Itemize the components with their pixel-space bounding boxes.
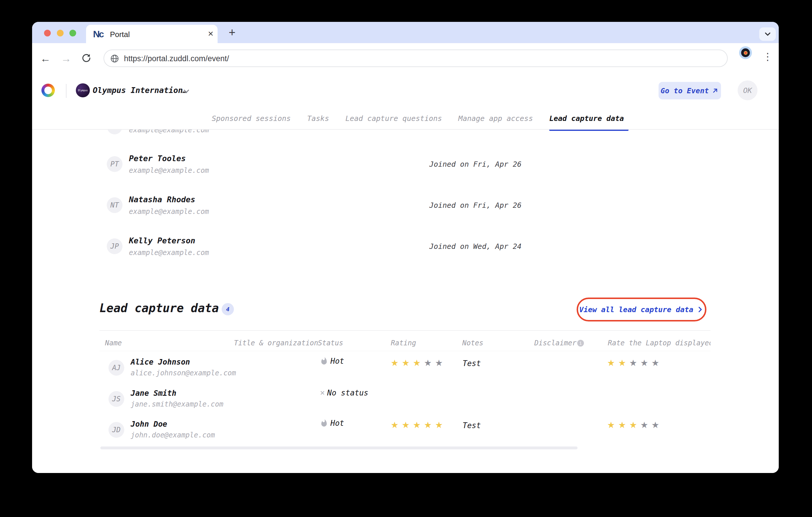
star-filled-icon[interactable]: ★: [400, 418, 411, 430]
star-filled-icon[interactable]: ★: [616, 418, 628, 430]
header-divider: [66, 84, 66, 98]
column-header-disclaimer: Disclaimer: [534, 339, 577, 347]
status-cell: ×No status: [320, 388, 368, 397]
person-email: example@example.com: [129, 208, 209, 216]
joined-date: Joined on Fri, Apr 26: [429, 201, 522, 210]
status-label: No status: [327, 389, 368, 397]
lead-capture-heading: Lead capture data: [99, 301, 219, 315]
external-arrow-icon: [712, 87, 719, 94]
lead-email: john.doe@example.com: [130, 431, 215, 439]
scroll-content[interactable]: example@example.com PTPeter Toolesexampl…: [32, 130, 779, 473]
no-status-x-icon: ×: [320, 388, 325, 397]
horizontal-scrollbar[interactable]: [100, 447, 578, 449]
browser-tab[interactable]: Nc Portal ×: [86, 25, 218, 43]
lead-count-badge: 4: [222, 303, 234, 315]
new-tab-button[interactable]: +: [229, 26, 235, 39]
go-to-event-button[interactable]: Go to Event: [659, 82, 721, 99]
star-filled-icon[interactable]: ★: [411, 418, 422, 430]
star-filled-icon[interactable]: ★: [389, 356, 400, 368]
star-rating[interactable]: ★★★★★: [606, 418, 661, 430]
close-tab-icon[interactable]: ×: [208, 28, 213, 39]
column-header-status: Status: [318, 339, 343, 347]
star-rating[interactable]: ★★★★★: [606, 356, 661, 368]
column-header-rate-the-laptop-displayed-ir: Rate the Laptop displayed ir: [608, 339, 710, 347]
back-button[interactable]: ←: [40, 53, 51, 64]
section-tabs: Sponsored sessionsTasksLead capture ques…: [212, 114, 624, 130]
joined-date: Joined on Fri, Apr 26: [429, 160, 522, 169]
star-filled-icon[interactable]: ★: [433, 418, 444, 430]
star-filled-icon[interactable]: ★: [606, 356, 616, 368]
address-bar[interactable]: https://portal.zuddl.com/event/: [104, 50, 728, 67]
star-filled-icon[interactable]: ★: [422, 418, 433, 430]
column-header-title-organization: Title & organization: [234, 339, 318, 347]
chevron-down-icon: [763, 30, 772, 38]
star-filled-icon[interactable]: ★: [389, 418, 400, 430]
avatar: AJ: [109, 360, 124, 376]
lead-email: alice.johnson@example.com: [130, 369, 236, 377]
avatar: JS: [109, 391, 124, 407]
avatar: NT: [107, 197, 122, 213]
column-header-rating: Rating: [391, 339, 416, 347]
minimize-window-button[interactable]: [57, 30, 64, 36]
close-window-button[interactable]: [44, 30, 51, 36]
browser-toolbar: ← → https://portal.zuddl.com/event/ ⋮: [32, 43, 779, 73]
joined-date: Joined on Wed, Apr 24: [429, 242, 522, 251]
star-empty-icon[interactable]: ★: [650, 356, 661, 368]
tab-lead-capture-questions[interactable]: Lead capture questions: [345, 114, 442, 130]
avatar: PT: [107, 156, 122, 172]
person-email: example@example.com: [129, 166, 209, 175]
star-empty-icon[interactable]: ★: [650, 418, 661, 430]
star-filled-icon[interactable]: ★: [411, 356, 422, 368]
star-rating[interactable]: ★★★★★: [389, 356, 444, 368]
browser-profile-avatar[interactable]: [739, 46, 752, 59]
reload-button[interactable]: [81, 53, 93, 64]
org-chevron-down-icon[interactable]: [181, 87, 191, 96]
zoom-window-button[interactable]: [69, 30, 76, 36]
star-empty-icon[interactable]: ★: [639, 418, 650, 430]
status-label: Hot: [330, 419, 344, 428]
view-all-link-highlight[interactable]: View all lead capture data: [577, 298, 706, 322]
star-empty-icon[interactable]: ★: [422, 356, 433, 368]
browser-menu-button[interactable]: ⋮: [763, 51, 773, 62]
disclaimer-info-icon[interactable]: i: [577, 340, 584, 346]
tab-strip: Nc Portal × +: [32, 22, 779, 43]
org-avatar[interactable]: Olympus: [76, 83, 90, 97]
column-header-name: Name: [105, 339, 122, 347]
portal-page: Olympus Olympus Internation… Go to Event…: [32, 73, 779, 473]
org-name[interactable]: Olympus Internation…: [93, 86, 187, 95]
zuddl-logo-icon: [41, 84, 55, 97]
star-filled-icon[interactable]: ★: [616, 356, 628, 368]
star-filled-icon[interactable]: ★: [628, 418, 639, 430]
star-rating[interactable]: ★★★★★: [389, 418, 444, 430]
star-filled-icon[interactable]: ★: [606, 418, 616, 430]
partial-email: example@example.com: [129, 130, 209, 134]
user-avatar[interactable]: OK: [737, 81, 757, 100]
site-security-globe-icon[interactable]: [110, 54, 119, 63]
star-empty-icon[interactable]: ★: [628, 356, 639, 368]
star-empty-icon[interactable]: ★: [639, 356, 650, 368]
table-header-border: [99, 351, 710, 351]
lead-name: Jane Smith: [130, 389, 176, 397]
tab-tasks[interactable]: Tasks: [307, 114, 329, 130]
avatar: JD: [109, 422, 124, 438]
view-all-link[interactable]: View all lead capture data: [579, 305, 693, 314]
forward-button[interactable]: →: [60, 53, 72, 64]
person-name: Peter Tooles: [129, 154, 186, 163]
url-text[interactable]: https://portal.zuddl.com/event/: [124, 54, 229, 63]
site-favicon-icon: Nc: [93, 29, 103, 40]
star-filled-icon[interactable]: ★: [400, 356, 411, 368]
tab-manage-app-access[interactable]: Manage app access: [458, 114, 533, 130]
person-email: example@example.com: [129, 249, 209, 257]
column-header-notes: Notes: [462, 339, 483, 347]
org-avatar-label: Olympus: [78, 89, 88, 92]
reload-icon: [81, 53, 92, 63]
status-cell: Hot: [320, 357, 344, 365]
person-name: Kelly Peterson: [129, 236, 196, 245]
tab-sponsored-sessions[interactable]: Sponsored sessions: [212, 114, 291, 130]
tab-lead-capture-data[interactable]: Lead capture data: [549, 114, 624, 130]
notes-cell: Test: [463, 421, 481, 430]
notes-cell: Test: [463, 359, 481, 368]
status-cell: Hot: [320, 419, 344, 428]
star-empty-icon[interactable]: ★: [433, 356, 444, 368]
tab-search-button[interactable]: [759, 27, 776, 41]
